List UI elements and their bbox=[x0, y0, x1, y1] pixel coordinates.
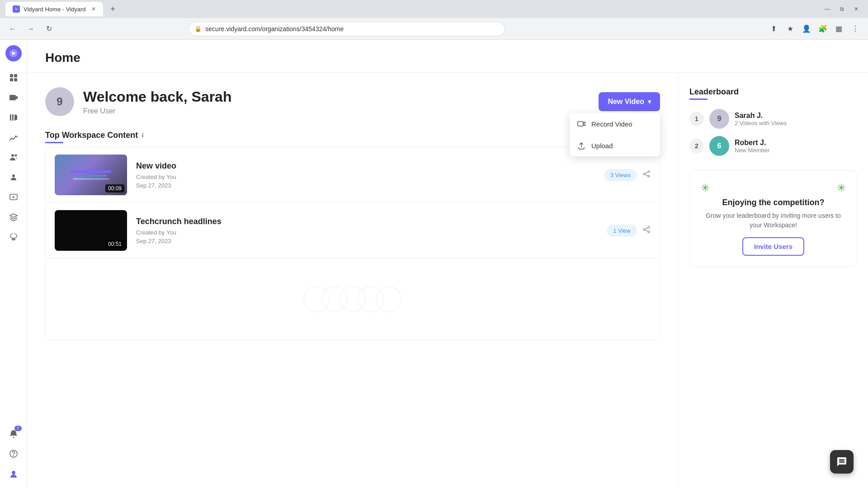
refresh-button[interactable]: ↻ bbox=[42, 22, 56, 36]
profile-toolbar-icon[interactable]: 👤 bbox=[799, 22, 814, 36]
invite-section: ✳ ✳ Enjoying the competition? Grow your … bbox=[689, 170, 857, 267]
leaderboard-sub-1: 2 Videos with Views bbox=[735, 120, 787, 127]
record-video-option[interactable]: Record Video bbox=[570, 113, 660, 135]
browser-title-bar: V Vidyard Home - Vidyard ✕ + — ⧉ ✕ bbox=[0, 0, 868, 18]
svg-point-8 bbox=[11, 154, 14, 157]
svg-point-26 bbox=[376, 286, 401, 312]
lock-icon: 🔒 bbox=[194, 25, 202, 32]
main-content: Home 9 Welcome back, Sarah Free User New… bbox=[27, 40, 868, 488]
address-bar[interactable]: 🔒 secure.vidyard.com/organizations/34543… bbox=[189, 22, 505, 36]
invite-users-button[interactable]: Invite Users bbox=[742, 237, 804, 256]
right-panel: Leaderboard 1 9 Sarah J. 2 Videos with V… bbox=[678, 73, 868, 488]
sidebar-item-integrations[interactable] bbox=[5, 228, 23, 246]
video-actions-1: 3 Views bbox=[604, 169, 651, 181]
extensions-icon[interactable]: 🧩 bbox=[816, 22, 830, 36]
leaderboard-name-1: Sarah J. bbox=[735, 112, 787, 120]
section-title: Top Workspace Content bbox=[45, 131, 138, 140]
svg-point-16 bbox=[648, 171, 650, 173]
video-thumbnail-1[interactable]: 00:09 bbox=[55, 155, 127, 195]
upload-option[interactable]: Upload bbox=[570, 135, 660, 156]
svg-point-14 bbox=[12, 471, 15, 474]
svg-point-21 bbox=[648, 231, 650, 233]
sparkle-left-icon: ✳ bbox=[701, 182, 710, 194]
sidebar-item-team[interactable] bbox=[5, 148, 23, 166]
sidebar-item-analytics[interactable] bbox=[5, 128, 23, 146]
invite-description: Grow your leaderboard by inviting more u… bbox=[701, 211, 846, 230]
left-panel: 9 Welcome back, Sarah Free User New Vide… bbox=[27, 73, 678, 488]
svg-rect-7 bbox=[12, 114, 14, 121]
list-item: 1 9 Sarah J. 2 Videos with Views bbox=[689, 109, 857, 129]
toolbar-right: ⬆ ★ 👤 🧩 ▦ ⋮ bbox=[767, 22, 863, 36]
menu-icon[interactable]: ⋮ bbox=[848, 22, 863, 36]
sidebar-item-profile[interactable] bbox=[5, 465, 23, 483]
sidebar-logo[interactable] bbox=[5, 45, 22, 61]
leaderboard-underline bbox=[689, 99, 708, 100]
video-info-1: New video Created by You Sep 27, 2023 bbox=[136, 161, 595, 189]
back-button[interactable]: ← bbox=[5, 22, 20, 36]
new-video-dropdown: Record Video Upload bbox=[570, 113, 660, 156]
sidebar-item-notifications[interactable]: 7 bbox=[5, 425, 23, 443]
app-container: 7 Home 9 Welcome back, Sarah Free User bbox=[0, 40, 868, 488]
welcome-section: 9 Welcome back, Sarah Free User New Vide… bbox=[45, 87, 660, 116]
close-window-button[interactable]: ✕ bbox=[850, 3, 863, 15]
video-date-2: Sep 27, 2023 bbox=[136, 238, 598, 244]
sidebar-item-home[interactable] bbox=[5, 69, 23, 87]
video-list: 00:09 New video Created by You Sep 27, 2… bbox=[45, 147, 660, 340]
minimize-button[interactable]: — bbox=[821, 3, 834, 15]
share-icon-2[interactable] bbox=[642, 225, 651, 235]
video-thumbnail-2[interactable]: 00:51 bbox=[55, 210, 127, 251]
invite-title: Enjoying the competition? bbox=[701, 198, 846, 207]
welcome-text: Welcome back, Sarah Free User bbox=[83, 89, 231, 115]
maximize-button[interactable]: ⧉ bbox=[835, 3, 848, 15]
leaderboard-title: Leaderboard bbox=[689, 87, 857, 97]
section-underline bbox=[45, 142, 63, 143]
table-row: 00:51 Techcrunch headlines Created by Yo… bbox=[46, 203, 660, 258]
upload-label: Upload bbox=[591, 142, 613, 150]
video-duration-2: 00:51 bbox=[105, 240, 124, 248]
leaderboard-sub-2: New Member bbox=[735, 147, 769, 154]
sidebar-item-studio[interactable] bbox=[5, 188, 23, 206]
forward-button[interactable]: → bbox=[24, 22, 38, 36]
dropdown-chevron-icon: ▾ bbox=[648, 98, 651, 105]
section-header: Top Workspace Content bbox=[45, 131, 138, 143]
new-video-label: New Video bbox=[608, 98, 644, 106]
svg-point-10 bbox=[12, 174, 15, 177]
video-actions-2: 1 View bbox=[607, 225, 651, 237]
svg-point-18 bbox=[648, 175, 650, 177]
browser-chrome: V Vidyard Home - Vidyard ✕ + — ⧉ ✕ ← → ↻… bbox=[0, 0, 868, 40]
views-badge-1: 3 Views bbox=[604, 169, 637, 181]
content-area: 9 Welcome back, Sarah Free User New Vide… bbox=[27, 73, 868, 488]
sidebar-item-library[interactable] bbox=[5, 108, 23, 127]
video-duration-1: 00:09 bbox=[105, 184, 124, 192]
browser-tab[interactable]: V Vidyard Home - Vidyard ✕ bbox=[5, 2, 103, 16]
rank-2: 2 bbox=[689, 139, 704, 153]
views-badge-2: 1 View bbox=[607, 225, 637, 237]
empty-state bbox=[46, 258, 660, 340]
sidebar-toggle-icon[interactable]: ▦ bbox=[832, 22, 846, 36]
svg-point-19 bbox=[648, 226, 650, 228]
rank-1: 1 bbox=[689, 112, 704, 126]
sparkle-decoration: ✳ ✳ bbox=[701, 182, 846, 194]
svg-rect-4 bbox=[14, 78, 17, 81]
new-tab-button[interactable]: + bbox=[107, 3, 119, 15]
chat-widget-button[interactable] bbox=[830, 450, 854, 474]
sidebar-item-training[interactable] bbox=[5, 208, 23, 226]
leaderboard-avatar-1: 9 bbox=[709, 109, 729, 129]
sidebar: 7 bbox=[0, 40, 27, 488]
new-video-button[interactable]: New Video ▾ bbox=[599, 92, 660, 111]
video-date-1: Sep 27, 2023 bbox=[136, 182, 595, 189]
favicon: V bbox=[13, 5, 20, 13]
page-title: Home bbox=[45, 51, 850, 65]
info-icon[interactable]: ℹ bbox=[142, 131, 144, 139]
bookmark-icon[interactable]: ★ bbox=[783, 22, 797, 36]
sidebar-item-contacts[interactable] bbox=[5, 168, 23, 186]
tab-close-button[interactable]: ✕ bbox=[91, 6, 96, 12]
share-icon-1[interactable] bbox=[642, 170, 651, 180]
video-title-1: New video bbox=[136, 161, 595, 171]
svg-point-17 bbox=[643, 173, 645, 175]
share-toolbar-icon[interactable]: ⬆ bbox=[767, 22, 781, 36]
sidebar-item-help[interactable] bbox=[5, 445, 23, 463]
sidebar-item-video[interactable] bbox=[5, 89, 23, 107]
svg-rect-6 bbox=[10, 114, 11, 121]
leaderboard-section: Leaderboard 1 9 Sarah J. 2 Videos with V… bbox=[689, 87, 857, 156]
